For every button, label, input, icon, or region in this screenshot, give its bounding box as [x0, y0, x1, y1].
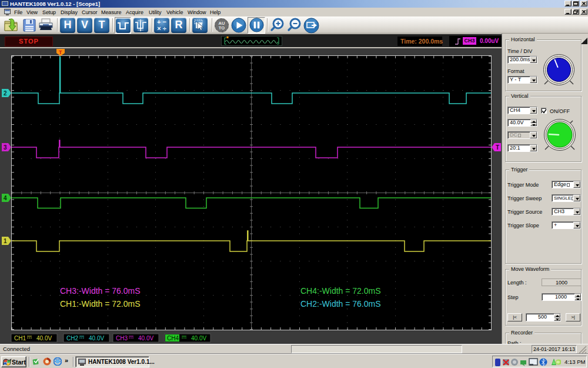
svg-text:CH3:-Width = 76.0mS: CH3:-Width = 76.0mS — [60, 286, 141, 296]
svg-text:4: 4 — [4, 195, 7, 201]
svg-text:CH3: CH3 — [116, 335, 128, 342]
svg-text:CH4: CH4 — [167, 335, 179, 342]
svg-text:2: 2 — [4, 90, 7, 97]
svg-text:40.0V: 40.0V — [36, 335, 52, 342]
svg-text:CH2:-Width = 76.0mS: CH2:-Width = 76.0mS — [300, 299, 381, 309]
svg-text:CH4:-Width = 72.0mS: CH4:-Width = 72.0mS — [300, 286, 381, 296]
svg-text:40.0V: 40.0V — [89, 335, 104, 342]
svg-text:3: 3 — [4, 144, 7, 151]
svg-text:1: 1 — [4, 238, 7, 244]
svg-text:TO: TO — [219, 25, 225, 31]
svg-text:CH1: CH1 — [14, 335, 26, 342]
svg-text:40.0V: 40.0V — [191, 335, 206, 342]
svg-text:CH1:-Width = 72.0mS: CH1:-Width = 72.0mS — [60, 299, 141, 309]
svg-text:T: T — [496, 144, 499, 151]
svg-text:40.0V: 40.0V — [138, 335, 153, 342]
svg-text:CH2: CH2 — [66, 335, 78, 342]
svg-text:T: T — [59, 49, 62, 55]
